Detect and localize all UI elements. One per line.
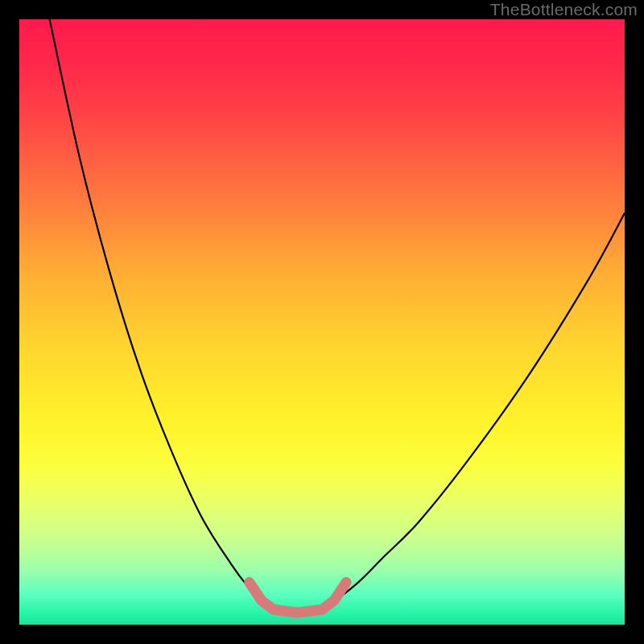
curve-right-branch [286,213,625,613]
bottleneck-plot [19,19,625,625]
chart-area [19,19,625,625]
curve-left-branch [50,19,286,613]
watermark-text: TheBottleneck.com [490,0,638,19]
bottom-trough-marker [250,582,346,613]
